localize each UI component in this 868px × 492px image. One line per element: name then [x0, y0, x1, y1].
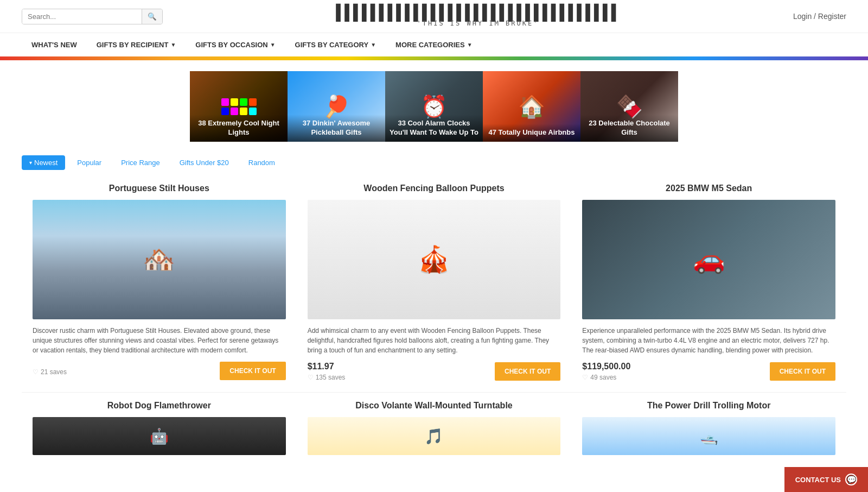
heart-icon: ♡ — [308, 374, 314, 381]
nav-gifts-by-occasion[interactable]: GIFTS BY OCCASION ▼ — [186, 33, 285, 56]
tab-price-range[interactable]: Price Range — [113, 155, 168, 170]
category-alarm-clocks[interactable]: ⏰ 33 Cool Alarm Clocks You'll Want To Wa… — [385, 71, 483, 142]
category-thumbnails: 38 Extremely Cool Night Lights 🏓 37 Dink… — [0, 60, 868, 147]
product-card-bmw-m5: 2025 BMW M5 Sedan 🚗 Experience unparalle… — [571, 175, 846, 393]
product-image: 🎵 — [308, 417, 561, 455]
check-it-out-button[interactable]: CHECK IT OUT — [770, 362, 835, 381]
category-pickleball[interactable]: 🏓 37 Dinkin' Awesome Pickleball Gifts — [288, 71, 385, 142]
product-saves: ♡ 21 saves — [33, 368, 67, 376]
product-title: Disco Volante Wall-Mounted Turntable — [308, 401, 561, 411]
product-card-disco-turntable: Disco Volante Wall-Mounted Turntable 🎵 — [297, 393, 572, 461]
search-button[interactable]: 🔍 — [142, 9, 162, 24]
heart-icon: ♡ — [582, 374, 588, 381]
product-title: 2025 BMW M5 Sedan — [582, 184, 835, 193]
tab-popular[interactable]: Popular — [69, 155, 109, 170]
tab-newest[interactable]: ▾ Newest — [22, 155, 65, 170]
product-description: Add whimsical charm to any event with Wo… — [308, 326, 561, 355]
category-title: 47 Totally Unique Airbnbs — [483, 124, 580, 142]
product-card-power-drill: The Power Drill Trolling Motor 🛥️ — [571, 393, 846, 461]
nav-gifts-by-recipient[interactable]: GIFTS BY RECIPIENT ▼ — [87, 33, 186, 56]
dropdown-arrow: ▼ — [170, 42, 176, 48]
product-saves: ♡ 135 saves — [308, 374, 346, 381]
product-price: $11.97 — [308, 362, 346, 371]
product-title: Portuguese Stilt Houses — [33, 184, 286, 193]
nav-more-categories[interactable]: MORE CATEGORIES ▼ — [386, 33, 482, 56]
category-title: 38 Extremely Cool Night Lights — [190, 115, 288, 142]
dropdown-icon: ▾ — [29, 160, 32, 166]
category-chocolate[interactable]: 🍫 23 Delectable Chocolate Gifts — [580, 71, 678, 142]
search-box: 🔍 — [22, 9, 163, 24]
dropdown-arrow: ▼ — [270, 42, 276, 48]
product-card-robot-dog: Robot Dog Flamethrower 🤖 — [22, 393, 297, 461]
search-input[interactable] — [22, 9, 142, 24]
product-image: 🛥️ — [582, 417, 835, 455]
product-description: Experience unparalleled performance with… — [582, 326, 835, 355]
product-card-stilt-houses: Portuguese Stilt Houses 🏘️ Discover rust… — [22, 175, 297, 393]
product-title: Wooden Fencing Balloon Puppets — [308, 184, 561, 193]
heart-icon: ♡ — [33, 368, 39, 376]
login-register[interactable]: Login / Register — [793, 12, 846, 21]
check-it-out-button[interactable]: CHECK IT OUT — [220, 362, 285, 380]
tab-random[interactable]: Random — [241, 155, 283, 170]
nav-whats-new[interactable]: WHAT'S NEW — [22, 33, 87, 56]
product-title: The Power Drill Trolling Motor — [582, 401, 835, 411]
category-title: 37 Dinkin' Awesome Pickleball Gifts — [288, 115, 385, 142]
category-night-lights[interactable]: 38 Extremely Cool Night Lights — [190, 71, 288, 142]
product-description: Discover rustic charm with Portuguese St… — [33, 326, 286, 355]
check-it-out-button[interactable]: CHECK IT OUT — [495, 362, 560, 381]
product-grid-bottom: Robot Dog Flamethrower 🤖 Disco Volante W… — [0, 393, 868, 461]
product-footer: $119,500.00 ♡ 49 saves CHECK IT OUT — [582, 362, 835, 381]
category-airbnbs[interactable]: 🏠 47 Totally Unique Airbnbs — [483, 71, 580, 142]
product-footer: ♡ 21 saves CHECK IT OUT — [33, 362, 286, 380]
filter-tabs: ▾ Newest Popular Price Range Gifts Under… — [0, 147, 868, 175]
category-title: 33 Cool Alarm Clocks You'll Want To Wake… — [385, 115, 483, 142]
product-image: 🤖 — [33, 417, 286, 455]
product-image: 🚗 — [582, 200, 835, 319]
product-footer: $11.97 ♡ 135 saves CHECK IT OUT — [308, 362, 561, 381]
product-price: $119,500.00 — [582, 362, 630, 371]
product-title: Robot Dog Flamethrower — [33, 401, 286, 411]
product-card-balloon-puppets: Wooden Fencing Balloon Puppets 🎪 Add whi… — [297, 175, 572, 393]
product-saves: ♡ 49 saves — [582, 374, 630, 381]
dropdown-arrow: ▼ — [371, 42, 376, 48]
category-title: 23 Delectable Chocolate Gifts — [580, 115, 678, 142]
site-logo[interactable]: ▌▌▌▌▌▌▌▌▌▌▌▌▌▌▌▌▌▌▌▌▌▌▌▌▌▌▌▌▌▌▌▌▌ 'THIS … — [336, 5, 620, 27]
tab-gifts-under-20[interactable]: Gifts Under $20 — [172, 155, 237, 170]
dropdown-arrow: ▼ — [467, 42, 473, 48]
search-icon: 🔍 — [148, 12, 157, 21]
product-image: 🎪 — [308, 200, 561, 319]
nav-gifts-by-category[interactable]: GIFTS BY CATEGORY ▼ — [285, 33, 386, 56]
product-image: 🏘️ — [33, 200, 286, 319]
product-grid: Portuguese Stilt Houses 🏘️ Discover rust… — [0, 175, 868, 393]
main-nav: WHAT'S NEW GIFTS BY RECIPIENT ▼ GIFTS BY… — [0, 33, 868, 58]
header: 🔍 ▌▌▌▌▌▌▌▌▌▌▌▌▌▌▌▌▌▌▌▌▌▌▌▌▌▌▌▌▌▌▌▌▌ 'THI… — [0, 0, 868, 33]
